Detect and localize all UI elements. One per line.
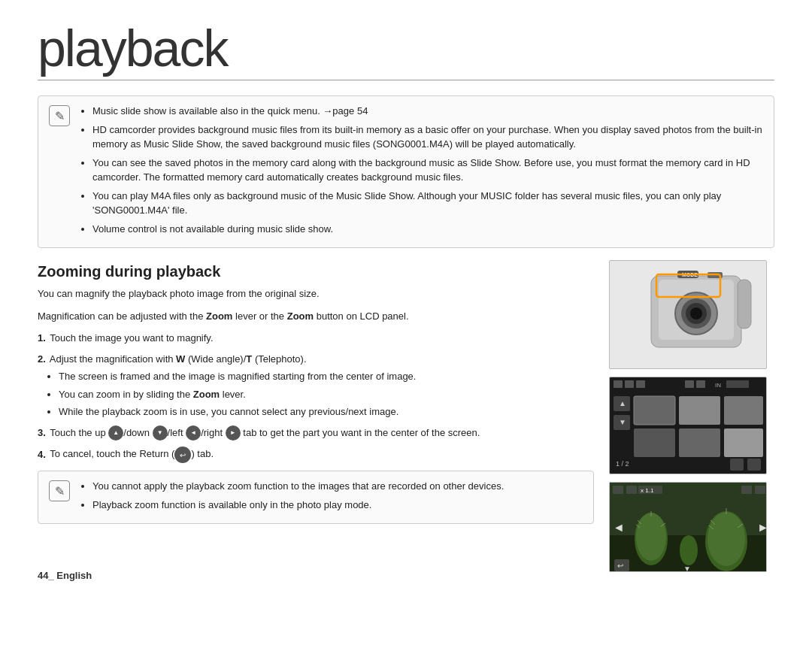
step-3: 3. Touch the up ▲/down ▼/left ◄/right ► … xyxy=(38,425,594,441)
images-column: MODE IN xyxy=(609,260,774,572)
svg-text:▼: ▼ xyxy=(683,565,691,572)
cactus-svg: x 1.1 ◄ ► ↩ ▼ xyxy=(610,483,767,572)
svg-text:▼: ▼ xyxy=(619,418,626,426)
note-block-2: ✎ You cannot apply the playback zoom fun… xyxy=(38,471,594,524)
up-arrow-icon: ▲ xyxy=(108,425,123,441)
svg-rect-26 xyxy=(679,428,720,457)
svg-rect-14 xyxy=(685,380,694,388)
note-item-5: Volume control is not available during m… xyxy=(92,222,763,237)
section-title: Zooming during playback xyxy=(38,263,594,280)
main-content: Zooming during playback You can magnify … xyxy=(38,260,774,572)
steps-list: 1. Touch the image you want to magnify. … xyxy=(38,331,594,463)
svg-rect-15 xyxy=(696,380,705,388)
svg-rect-29 xyxy=(730,459,744,471)
step-2-bullet-1: The screen is framed and the image is ma… xyxy=(59,369,594,384)
note-content-1: Music slide show is available also in th… xyxy=(79,104,763,240)
step-2-bullets: The screen is framed and the image is ma… xyxy=(38,369,594,419)
svg-text:1 / 2: 1 / 2 xyxy=(616,460,629,468)
step-num-1: 1. xyxy=(38,332,46,344)
svg-rect-50 xyxy=(741,486,752,494)
note-item-3: You can see the saved photos in the memo… xyxy=(92,156,763,185)
page-container: playback ✎ Music slide show is available… xyxy=(0,0,812,595)
svg-rect-24 xyxy=(724,396,763,425)
svg-rect-46 xyxy=(613,486,623,494)
intro-line-2: Magnification can be adjusted with the Z… xyxy=(38,309,594,324)
note-item-1: Music slide show is available also in th… xyxy=(92,104,763,119)
svg-text:►: ► xyxy=(757,521,767,534)
svg-rect-17 xyxy=(726,380,749,388)
step-2: 2. Adjust the magnification with W (Wide… xyxy=(38,352,594,419)
svg-rect-11 xyxy=(614,380,623,388)
camera-svg-1: MODE xyxy=(610,261,767,369)
note-item-2: HD camcorder provides background music f… xyxy=(92,123,763,152)
svg-rect-13 xyxy=(636,380,645,388)
svg-text:▲: ▲ xyxy=(619,399,626,407)
camera-image-2: IN ▲ ▼ 1 / 2 xyxy=(609,377,767,474)
svg-point-34 xyxy=(636,513,666,561)
step-2-bullet-3: While the playback zoom is in use, you c… xyxy=(59,404,594,419)
step-1: 1. Touch the image you want to magnify. xyxy=(38,331,594,346)
svg-rect-47 xyxy=(626,486,637,494)
svg-rect-51 xyxy=(755,486,765,494)
svg-rect-27 xyxy=(724,428,763,457)
svg-text:x 1.1: x 1.1 xyxy=(641,487,654,494)
text-column: Zooming during playback You can magnify … xyxy=(38,260,594,572)
title-divider xyxy=(38,80,774,80)
page-footer: 44_ English xyxy=(38,570,92,581)
step-4: 4. To cancel, touch the Return (↩) tab. xyxy=(38,447,594,463)
left-arrow-icon: ◄ xyxy=(186,425,201,441)
camera-image-3: x 1.1 ◄ ► ↩ ▼ xyxy=(609,482,767,572)
svg-point-5 xyxy=(690,307,702,319)
svg-rect-30 xyxy=(747,459,761,471)
page-title: playback xyxy=(38,23,774,74)
svg-point-40 xyxy=(707,512,745,566)
step-1-text: Touch the image you want to magnify. xyxy=(50,332,213,344)
step-num-3: 3. xyxy=(38,427,46,438)
note2-item-2: Playback zoom function is available only… xyxy=(92,498,504,513)
right-arrow-icon: ► xyxy=(226,425,241,441)
camera-image-1: MODE xyxy=(609,260,767,369)
thumbnail-svg: IN ▲ ▼ 1 / 2 xyxy=(610,377,767,474)
note-content-2: You cannot apply the playback zoom funct… xyxy=(79,479,504,516)
svg-text:↩: ↩ xyxy=(617,562,623,570)
svg-text:◄: ◄ xyxy=(613,521,625,534)
note-block-1: ✎ Music slide show is available also in … xyxy=(38,95,774,248)
note-item-4: You can play M4A files only as backgroun… xyxy=(92,189,763,218)
down-arrow-icon: ▼ xyxy=(153,425,168,441)
return-icon: ↩ xyxy=(174,447,191,463)
svg-rect-10 xyxy=(738,280,751,329)
svg-rect-12 xyxy=(625,380,634,388)
svg-point-45 xyxy=(680,535,698,565)
svg-text:IN: IN xyxy=(715,382,721,389)
svg-rect-22 xyxy=(634,396,675,425)
step-2-bullet-2: You can zoom in by sliding the Zoom leve… xyxy=(59,387,594,402)
step-num-2: 2. xyxy=(38,353,46,365)
note-icon-1: ✎ xyxy=(49,105,70,126)
svg-rect-25 xyxy=(634,428,675,457)
svg-rect-23 xyxy=(679,396,720,425)
step-num-4: 4. xyxy=(38,449,46,460)
note-icon-2: ✎ xyxy=(49,480,70,501)
intro-line-1: You can magnify the playback photo image… xyxy=(38,286,594,301)
note2-item-1: You cannot apply the playback zoom funct… xyxy=(92,479,504,494)
